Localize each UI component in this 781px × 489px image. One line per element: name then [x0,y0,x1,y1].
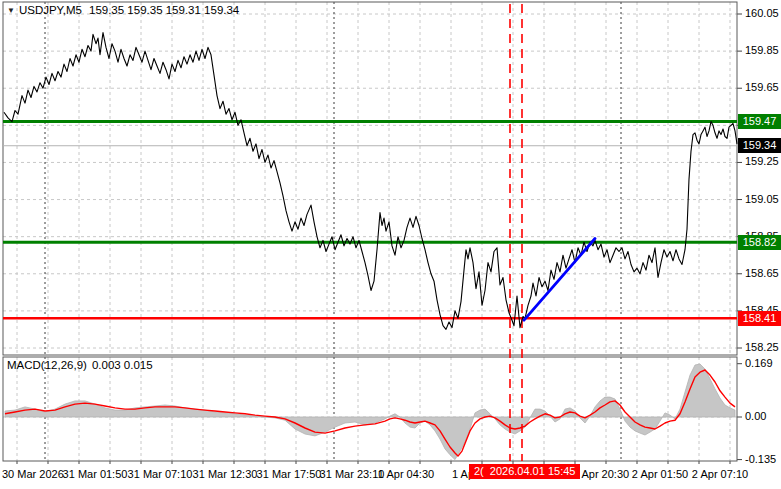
vline-time-tag-text: 2026.04.01 15:45 [490,465,576,477]
symbol-dropdown-icon[interactable]: ▼ [7,6,15,15]
time-tick-label: 2 Apr 01:50 [632,468,688,480]
time-tick-label: 31 Mar 01:50 [63,468,128,480]
macd-tick-label: 0.00 [745,410,766,422]
time-tick-label: 31 Mar 17:50 [257,468,322,480]
price-tick-label: 158.65 [745,267,779,279]
macd-indicator-label: MACD(12,26,9)0.003 0.015 [7,359,153,371]
price-line [4,33,737,330]
chart-canvas[interactable] [0,0,781,489]
macd-tick-label: -0.135 [745,453,776,465]
stop-price-tag[interactable]: 158.41 [738,311,781,326]
main-pane-border [3,2,737,355]
time-tick-label: 31 Mar 07:10 [128,468,193,480]
support-price-tag[interactable]: 158.82 [738,235,781,250]
time-tick-label: 1 Apr 04:30 [378,468,434,480]
time-tick-label: 2 Apr 07:10 [692,468,748,480]
time-tick-label: 31 Mar 23:10 [320,468,385,480]
macd-name: MACD(12,26,9) [7,359,87,371]
vline-time-tag-partial: 2( [474,465,484,477]
current-price-tag: 159.34 [738,138,781,153]
macd-values: 0.003 0.015 [92,359,153,371]
chart-window: ▼USDJPY,M5159.35 159.35 159.31 159.34 MA… [0,0,781,489]
chart-title: ▼USDJPY,M5159.35 159.35 159.31 159.34 [7,4,239,16]
resistance-price-tag[interactable]: 159.47 [738,114,781,129]
price-tick-label: 158.25 [745,341,779,353]
time-tick-label: 1 Apr 20:30 [573,468,629,480]
time-tick-label: 31 Mar 12:30 [193,468,258,480]
price-tick-label: 159.85 [745,44,779,56]
price-tick-label: 159.25 [745,155,779,167]
trendline[interactable] [524,239,595,321]
price-tick-label: 159.05 [745,193,779,205]
macd-tick-label: 0.169 [745,357,773,369]
vline-time-tag[interactable]: 2(2026.04.01 15:45 [469,464,580,479]
time-tick-label: 30 Mar 2026 [2,468,64,480]
symbol-timeframe-label: USDJPY,M5 [19,4,82,16]
ohlc-quotes: 159.35 159.35 159.31 159.34 [89,4,239,16]
price-tick-label: 160.05 [745,7,779,19]
macd-pane-border [3,357,737,461]
price-tick-label: 159.65 [745,81,779,93]
